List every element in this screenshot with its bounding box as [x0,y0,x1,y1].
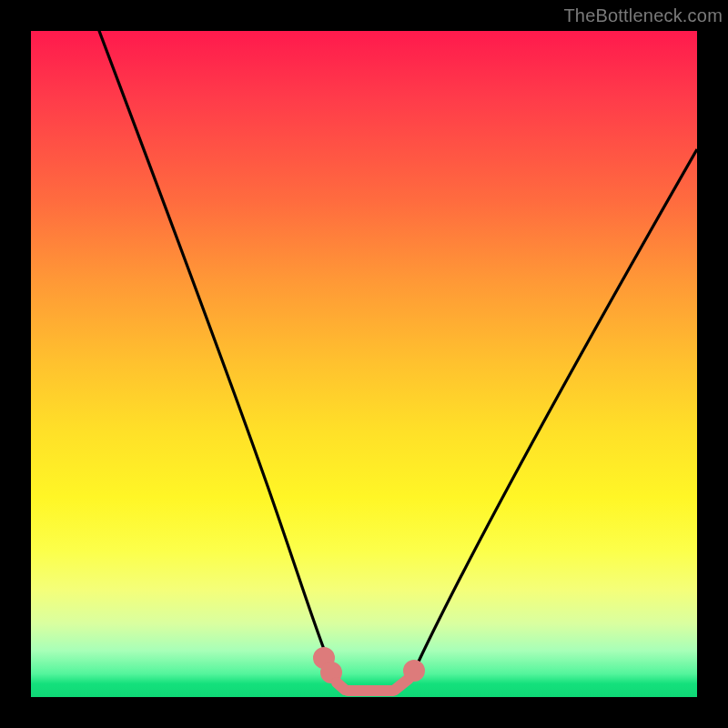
svg-line-4 [395,679,409,690]
svg-point-5 [409,665,420,676]
outer-frame: TheBottleneck.com [0,0,728,728]
bottleneck-curve [31,31,697,697]
curve-path [86,31,697,692]
watermark-text: TheBottleneck.com [563,5,723,26]
svg-point-1 [326,667,337,678]
trough-highlight [318,652,420,691]
plot-area [31,31,697,697]
svg-point-0 [318,652,329,663]
